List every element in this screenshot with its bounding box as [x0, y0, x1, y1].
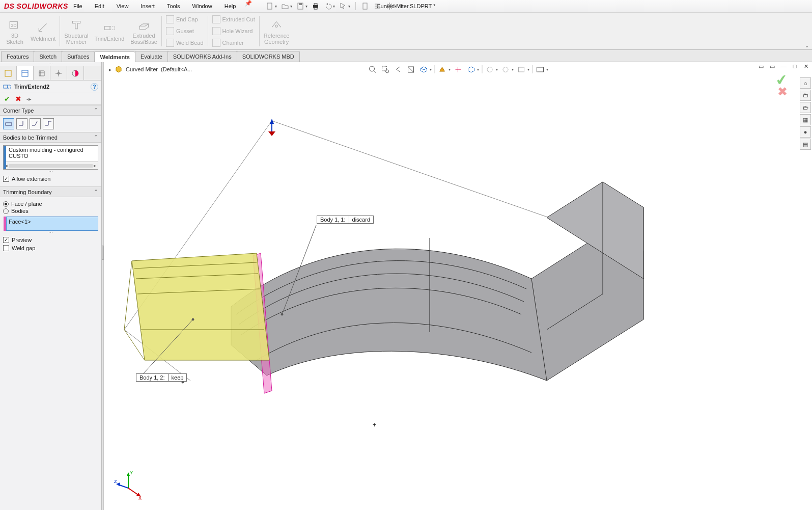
zoom-fit-icon[interactable] [368, 64, 378, 74]
boundary-bodies-radio[interactable]: Bodies [3, 208, 98, 214]
reject-feature-icon[interactable]: ✖ [777, 85, 788, 99]
bodies-selection-item[interactable]: Custom moulding - configured CUSTO [4, 146, 98, 160]
screen-capture-icon[interactable] [535, 64, 545, 74]
view-triad[interactable]: Y X Z [113, 470, 144, 501]
mdi-restore-b-icon[interactable]: ▭ [768, 63, 776, 70]
hide-show-icon[interactable] [453, 64, 463, 74]
menu-tools[interactable]: Tools [161, 0, 186, 13]
cmd-chamfer[interactable]: Chamfer [212, 38, 255, 48]
tab-weldments[interactable]: Weldments [94, 51, 135, 62]
qat-rebuild[interactable] [360, 1, 370, 11]
cmd-weld-bead[interactable]: Weld Bead [166, 38, 204, 48]
pm-title-text: Trim/Extend2 [14, 84, 91, 90]
tab-mbd[interactable]: SOLIDWORKS MBD [237, 51, 300, 62]
qat-options-list[interactable] [372, 1, 382, 11]
cmd-weldment[interactable]: Weldment [27, 13, 59, 49]
taskpane-view-palette-icon[interactable]: ▦ [800, 114, 811, 125]
cmd-reference-geometry[interactable]: ReferenceGeometry [261, 13, 293, 49]
corner-type-2[interactable] [16, 118, 27, 129]
taskpane-appearances-icon[interactable]: ● [800, 126, 811, 138]
section-bodies-header[interactable]: Bodies to be Trimmed⌃ [0, 132, 101, 143]
cmd-extruded-cut[interactable]: Extruded Cut [212, 14, 255, 25]
qat-save[interactable]: ▾ [295, 1, 309, 11]
list-grip[interactable]: ⋯ [3, 231, 98, 235]
model-viewport[interactable] [104, 75, 705, 462]
cmd-trim-extend[interactable]: Trim/Extend [91, 13, 127, 49]
pm-tab-configuration[interactable] [34, 66, 50, 80]
qat-print[interactable] [311, 1, 321, 11]
cmd-hole-wizard[interactable]: Hole Wizard [212, 26, 255, 37]
section-boundary-header[interactable]: Trimming Boundary⌃ [0, 186, 101, 197]
taskpane-resources-icon[interactable]: ⌂ [800, 77, 811, 89]
pm-tab-display[interactable] [67, 66, 84, 80]
taskpane-custom-props-icon[interactable]: ▤ [800, 139, 811, 150]
bodies-selection-scroll[interactable]: ◂▸ [4, 162, 98, 169]
list-grip[interactable]: ⋯ [3, 170, 98, 174]
pm-pushpin-button[interactable]: -▸ [26, 96, 32, 102]
cmd-structural-member[interactable]: StructuralMember [61, 13, 91, 49]
cmd-extruded-boss[interactable]: ExtrudedBoss/Base [127, 13, 160, 49]
weld-gap-checkbox[interactable]: Weld gap [3, 245, 98, 251]
pm-ok-button[interactable]: ✔ [4, 95, 10, 103]
render-tools-icon[interactable] [516, 64, 526, 74]
breadcrumb[interactable]: ▸ Curved Miter (Default<A... [109, 65, 192, 73]
qat-new[interactable]: ▾ [265, 1, 278, 11]
menu-bar: DS SOLIDWORKS File Edit View Insert Tool… [0, 0, 812, 13]
corner-type-4[interactable] [43, 118, 54, 129]
mdi-close-icon[interactable]: ✕ [802, 63, 810, 70]
edit-appearance-icon[interactable] [466, 64, 476, 74]
tab-surfaces[interactable]: Surfaces [62, 51, 95, 62]
qat-undo[interactable]: ▾ [323, 1, 336, 11]
taskpane-design-library-icon[interactable]: 🗀 [800, 90, 811, 101]
boundary-face-plane-radio[interactable]: Face / plane [3, 201, 98, 207]
zoom-area-icon[interactable] [380, 64, 390, 74]
apply-scene-icon[interactable] [485, 64, 495, 74]
breadcrumb-expand-icon[interactable]: ▸ [109, 67, 111, 72]
menu-window[interactable]: Window [186, 0, 218, 13]
mdi-maximize-icon[interactable]: □ [791, 63, 799, 70]
corner-type-3[interactable] [30, 118, 41, 129]
view-setting-icon[interactable] [500, 64, 511, 74]
menu-view[interactable]: View [110, 0, 135, 13]
mdi-minimize-icon[interactable]: — [779, 63, 788, 70]
view-orientation-icon[interactable] [418, 64, 429, 74]
boundary-selection-item[interactable]: Face<1> [9, 219, 31, 225]
pin-menu-icon[interactable]: 📌 [245, 0, 252, 13]
pm-tab-property-manager[interactable] [17, 66, 34, 80]
tab-sketch[interactable]: Sketch [34, 51, 62, 62]
menu-help[interactable]: Help [218, 0, 242, 13]
qat-select[interactable]: ▾ [338, 1, 351, 11]
callout-body-discard[interactable]: Body 1, 1: discard [317, 216, 374, 224]
graphics-area[interactable]: ▸ Curved Miter (Default<A... ▾ ▾ ▾ ▾ ▾ ▾… [104, 62, 812, 510]
pm-tab-dimxpert[interactable] [50, 66, 67, 80]
extrude-icon [137, 18, 151, 32]
section-corner-type-header[interactable]: Corner Type⌃ [0, 105, 101, 116]
display-style-icon[interactable] [437, 64, 447, 74]
pm-cancel-button[interactable]: ✖ [15, 95, 21, 103]
pm-tab-feature-tree[interactable] [0, 66, 17, 80]
callout-body-keep[interactable]: Body 1, 2: keep [136, 373, 187, 382]
mdi-restore-a-icon[interactable]: ▭ [757, 63, 765, 70]
allow-extension-checkbox[interactable]: ✓Allow extension [3, 176, 98, 182]
qat-open[interactable]: ▾ [280, 1, 293, 11]
previous-view-icon[interactable] [393, 64, 403, 74]
section-view-icon[interactable] [406, 64, 416, 74]
bodies-selection-list[interactable]: Custom moulding - configured CUSTO ◂▸ [3, 145, 98, 170]
menu-edit[interactable]: Edit [89, 0, 110, 13]
qat-options[interactable]: ▾ [384, 1, 398, 11]
cmd-gusset[interactable]: Gusset [166, 26, 204, 37]
menu-insert[interactable]: Insert [134, 0, 161, 13]
corner-type-1[interactable] [3, 118, 14, 129]
cmd-end-cap[interactable]: End Cap [166, 14, 204, 25]
pm-help-icon[interactable]: ? [91, 83, 98, 91]
tab-add-ins[interactable]: SOLIDWORKS Add-Ins [167, 51, 237, 62]
ribbon-expand-icon[interactable]: ⌄ [805, 43, 809, 48]
preview-checkbox[interactable]: ✓Preview [3, 237, 98, 243]
tab-evaluate[interactable]: Evaluate [135, 51, 168, 62]
taskpane-file-explorer-icon[interactable]: 🗁 [800, 102, 811, 113]
cmd-3d-sketch[interactable]: 3D 3DSketch [2, 13, 27, 49]
boundary-selection-list[interactable]: Face<1> [6, 217, 98, 231]
panel-grip-top[interactable]: ⋯ [0, 62, 101, 66]
tab-features[interactable]: Features [1, 51, 34, 62]
menu-file[interactable]: File [67, 0, 89, 13]
